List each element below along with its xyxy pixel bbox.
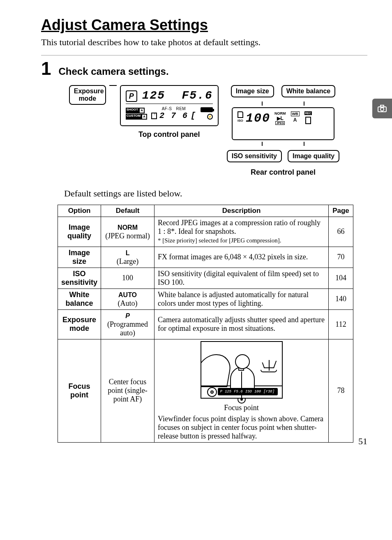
iso-value: 100 [246,111,270,125]
section-tab [372,99,392,118]
card-slot-icon [238,111,243,118]
step-1-header: 1 Check camera settings. [41,60,367,78]
description-text: Record JPEG images at a compression rati… [158,219,321,235]
option-cell: Focus point [58,339,101,442]
rec-icon: REC [304,111,312,115]
jpeg-label: JPEG [275,121,285,125]
th-description: Description [154,205,329,217]
default-sub: Center focus point (single-point AF) [108,378,148,403]
top-panel-caption: Top control panel [138,130,200,139]
aperture: F5.6 [182,89,213,102]
default-strong: AUTO [118,291,137,298]
mode-icon: P [126,90,137,102]
svg-rect-1 [380,105,384,107]
custom-bank: A [141,114,147,120]
aux-battery-icon: ⚡ [207,114,213,120]
table-row: Exposure mode P (Programmed auto) Camera… [58,309,353,339]
table-row: Focus point Center focus point (single-p… [58,339,353,442]
vf-aperture: F5.6 [234,390,243,394]
default-sub: 100 [122,274,133,282]
page-cell: 112 [329,309,353,339]
shutter-speed: 125 [142,89,165,102]
rear-lcd: ISO 100 NORM ▶L JPEG WB A REC [232,107,334,140]
option-cell: ISO sensitivity [58,268,101,288]
sailboat-icon [261,360,277,372]
wb-icon: WB [291,111,300,116]
default-cell: Center focus point (single-point AF) [101,339,154,442]
option-cell: Image quality [58,217,101,247]
footnote-text: * [Size priority] selected for [JPEG com… [158,237,281,244]
default-strong: NORM [118,224,138,231]
control-panels-figure: Exposure mode P 125 F5.6 SHOOTA CUSTOMA [41,85,367,177]
mountain-icon [201,354,233,387]
option-cell: Image size [58,247,101,268]
description-cell: FX format images are 6,048 × 4,032 pixel… [154,247,329,268]
af-mode-label: AF-S [162,106,172,111]
default-cell: NORM (JPEG normal) [101,217,154,247]
wb-auto: A [291,117,300,123]
vf-shutter: 125 [225,390,231,394]
default-cell: AUTO (Auto) [101,288,154,309]
default-cell: 100 [101,268,154,288]
table-row: White balance AUTO (Auto) White balance … [58,288,353,309]
shoot-badge: SHOOT [126,108,139,113]
th-option: Option [58,205,101,217]
orientation-icon: ↑ [151,113,157,119]
table-row: Image size L (Large) FX format images ar… [58,247,353,268]
viewfinder-figure: P 125 F5.6 ISO 100 [r38] Focus point [158,341,325,412]
vf-mode: P [220,390,222,394]
iso-sensitivity-chip: ISO sensitivity [227,150,282,162]
viewfinder-caption: Focus point [158,404,325,412]
white-balance-chip: White balance [281,85,336,97]
page-cell: 78 [329,339,353,442]
vf-frames: [r38] [263,390,274,394]
image-size-L-icon: ▶L [277,115,284,121]
image-size-chip: Image size [231,85,274,97]
settings-table: Option Default Description Page Image qu… [58,205,353,443]
intro-text: This tutorial describes how to take phot… [41,37,367,48]
th-page: Page [329,205,353,217]
battery-icon [201,107,213,112]
description-cell: P 125 F5.6 ISO 100 [r38] Focus point Vie… [154,339,329,442]
page-number: 51 [358,436,367,447]
page-cell: 70 [329,247,353,268]
table-row: ISO sensitivity 100 ISO sensitivity (dig… [58,268,353,288]
default-sub: (Programmed auto) [107,320,148,337]
default-cell: L (Large) [101,247,154,268]
exposure-mode-chip: Exposure mode [69,85,106,105]
viewfinder-readout: P 125 F5.6 ISO 100 [r38] [218,388,278,395]
vf-iso-value: 100 [254,390,261,394]
focus-description: Viewfinder focus point display is shown … [158,415,325,441]
image-quality-chip: Image quality [288,150,339,162]
divider [41,55,367,55]
shoot-bank: A [139,108,145,113]
default-cell: P (Programmed auto) [101,309,154,339]
table-row: Image quality NORM (JPEG normal) Record … [58,217,353,247]
description-cell: Record JPEG images at a compression rati… [154,217,329,247]
vf-iso-label: ISO [245,390,252,394]
iso-label-small: ISO [238,119,243,122]
norm-label: NORM [274,111,286,115]
description-cell: ISO sensitivity (digital equivalent of f… [154,268,329,288]
option-cell: White balance [58,288,101,309]
default-sub: (Large) [117,257,139,265]
default-strong: P [125,312,130,319]
frames-remaining: 2 7 6 [159,111,188,120]
page-cell: 140 [329,288,353,309]
step-heading: Check camera settings. [58,66,168,77]
viewfinder-frame: P 125 F5.6 ISO 100 [r38] [201,341,283,399]
default-sub: (JPEG normal) [105,232,150,240]
description-cell: White balance is adjusted automatically … [154,288,329,309]
step-number: 1 [41,60,51,78]
camera-section-icon [376,103,388,114]
th-default: Default [101,205,154,217]
page-title: Adjust Camera Settings [41,16,367,34]
default-sub: (Auto) [118,299,138,307]
defaults-intro: Default settings are listed below. [64,188,367,199]
metering-icon [207,387,217,397]
page-cell: 104 [329,268,353,288]
description-cell: Camera automatically adjusts shutter spe… [154,309,329,339]
option-cell: Exposure mode [58,309,101,339]
page-cell: 66 [329,217,353,247]
bracket-open: [ [191,111,196,120]
